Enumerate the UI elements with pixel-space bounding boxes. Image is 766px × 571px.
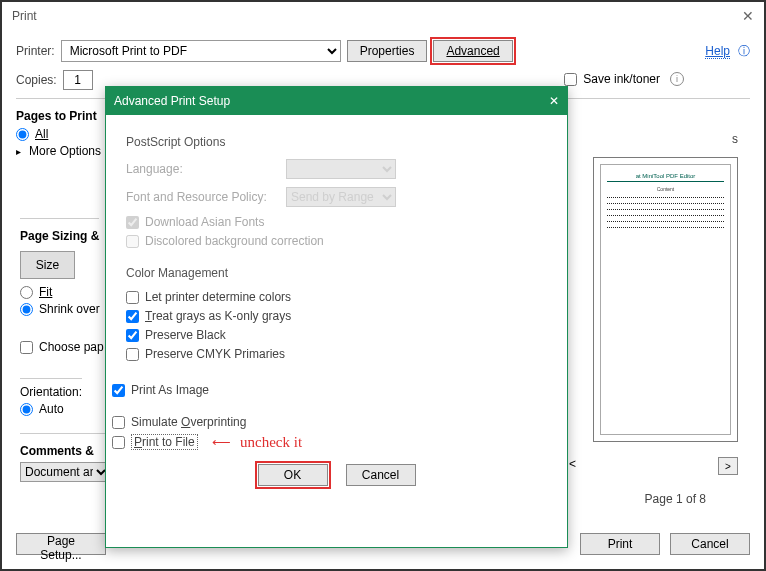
print-as-image-label: Print As Image: [131, 383, 209, 397]
auto-radio[interactable]: [20, 403, 33, 416]
all-radio[interactable]: [16, 128, 29, 141]
print-title-text: Print: [12, 9, 37, 23]
print-to-file-checkbox[interactable]: [112, 436, 125, 449]
separator: [20, 378, 82, 379]
advanced-title-bar: Advanced Print Setup ✕: [106, 87, 567, 115]
print-as-image-checkbox[interactable]: [112, 384, 125, 397]
preserve-black-checkbox[interactable]: [126, 329, 139, 342]
help-link[interactable]: Help: [705, 44, 730, 59]
all-label: All: [35, 127, 48, 141]
discolored-bg-row: Discolored background correction: [126, 234, 547, 248]
orientation-group: Orientation: Auto: [20, 372, 82, 419]
print-title-bar: Print ✕: [2, 2, 764, 30]
download-asian-checkbox: [126, 216, 139, 229]
shrink-label: Shrink over: [39, 302, 100, 316]
let-printer-checkbox[interactable]: [126, 291, 139, 304]
properties-button[interactable]: Properties: [347, 40, 428, 62]
preserve-cmyk-checkbox[interactable]: [126, 348, 139, 361]
nav-prev-button[interactable]: <: [569, 457, 576, 471]
shrink-radio-row: Shrink over: [20, 302, 100, 316]
more-options-label: More Options: [29, 144, 101, 158]
printer-label: Printer:: [16, 44, 55, 58]
fit-radio-row: Fit: [20, 285, 100, 299]
simulate-overprinting-label: Simulate Overprinting: [131, 415, 246, 429]
orientation-label: Orientation:: [20, 385, 82, 399]
treat-grays-row: Treat grays as K-only grays: [126, 309, 547, 323]
cancel-button[interactable]: Cancel: [670, 533, 750, 555]
nav-prev-wrap: <: [569, 457, 576, 471]
font-policy-label: Font and Resource Policy:: [126, 190, 276, 204]
let-printer-row: Let printer determine colors: [126, 290, 547, 304]
fit-group: Fit Shrink over: [20, 282, 100, 319]
download-asian-label: Download Asian Fonts: [145, 215, 264, 229]
discolored-bg-label: Discolored background correction: [145, 234, 324, 248]
page-nav: >: [718, 457, 738, 475]
treat-grays-checkbox[interactable]: [126, 310, 139, 323]
advanced-bottom-buttons: OK Cancel: [126, 464, 547, 486]
preserve-cmyk-row: Preserve CMYK Primaries: [126, 347, 547, 361]
simulate-overprinting-checkbox[interactable]: [112, 416, 125, 429]
shrink-radio[interactable]: [20, 303, 33, 316]
treat-grays-label: Treat grays as K-only grays: [145, 309, 291, 323]
language-select: [286, 159, 396, 179]
postscript-options-title: PostScript Options: [126, 135, 547, 149]
choose-paper-checkbox[interactable]: [20, 341, 33, 354]
copies-label: Copies:: [16, 73, 57, 87]
advanced-button[interactable]: Advanced: [433, 40, 512, 62]
fit-label: Fit: [39, 285, 52, 299]
choose-paper-row: Choose pap: [20, 340, 104, 354]
preview-pane: at MiniTool PDF Editor Content: [593, 157, 738, 442]
save-ink-row: Save ink/toner i: [564, 72, 684, 86]
printer-row: Printer: Microsoft Print to PDF Properti…: [16, 40, 750, 62]
simulate-overprinting-row: Simulate Overprinting: [112, 415, 547, 429]
annotation-text: uncheck it: [240, 434, 302, 451]
fit-radio[interactable]: [20, 286, 33, 299]
comments-group: Comments & Document an: [20, 427, 110, 482]
cancel-button[interactable]: Cancel: [346, 464, 416, 486]
preserve-black-row: Preserve Black: [126, 328, 547, 342]
chevron-right-icon: [16, 144, 25, 158]
preserve-black-label: Preserve Black: [145, 328, 226, 342]
preview-line: [607, 222, 724, 228]
page-sizing-label: Page Sizing &: [20, 229, 99, 243]
print-as-image-row: Print As Image: [112, 383, 547, 397]
annotation-arrow-icon: ⟵: [212, 435, 231, 450]
let-printer-label: Let printer determine colors: [145, 290, 291, 304]
comments-select[interactable]: Document an: [20, 462, 110, 482]
separator: [20, 433, 110, 434]
preview-doc-title: at MiniTool PDF Editor: [607, 173, 724, 182]
preserve-cmyk-label: Preserve CMYK Primaries: [145, 347, 285, 361]
discolored-bg-checkbox: [126, 235, 139, 248]
advanced-title-text: Advanced Print Setup: [114, 94, 230, 108]
language-row: Language:: [126, 159, 547, 179]
preview-header: s: [732, 132, 738, 146]
copies-input[interactable]: [63, 70, 93, 90]
print-to-file-label: Print to File: [131, 434, 198, 450]
comments-label: Comments &: [20, 444, 110, 458]
font-policy-row: Font and Resource Policy: Send by Range: [126, 187, 547, 207]
color-management-title: Color Management: [126, 266, 547, 280]
save-ink-label: Save ink/toner: [583, 72, 660, 86]
save-ink-checkbox[interactable]: [564, 73, 577, 86]
help-icon: ⓘ: [738, 43, 750, 60]
advanced-print-setup-dialog: Advanced Print Setup ✕ PostScript Option…: [105, 86, 568, 548]
page-setup-button[interactable]: Page Setup...: [16, 533, 106, 555]
preview-page: at MiniTool PDF Editor Content: [600, 164, 731, 435]
font-policy-select: Send by Range: [286, 187, 396, 207]
size-button[interactable]: Size: [20, 251, 75, 279]
print-button[interactable]: Print: [580, 533, 660, 555]
info-icon[interactable]: i: [670, 72, 684, 86]
separator: [20, 218, 99, 219]
ok-button[interactable]: OK: [258, 464, 328, 486]
page-indicator: Page 1 of 8: [645, 492, 706, 506]
printer-select[interactable]: Microsoft Print to PDF: [61, 40, 341, 62]
choose-paper-label: Choose pap: [39, 340, 104, 354]
close-icon[interactable]: ✕: [549, 94, 559, 108]
advanced-body: PostScript Options Language: Font and Re…: [106, 115, 567, 502]
print-to-file-row: Print to File ⟵ uncheck it: [112, 434, 547, 450]
close-icon[interactable]: ✕: [742, 8, 754, 24]
nav-next-button[interactable]: >: [718, 457, 738, 475]
page-sizing-group: Page Sizing & Size: [20, 212, 99, 279]
auto-radio-row: Auto: [20, 402, 82, 416]
auto-label: Auto: [39, 402, 64, 416]
